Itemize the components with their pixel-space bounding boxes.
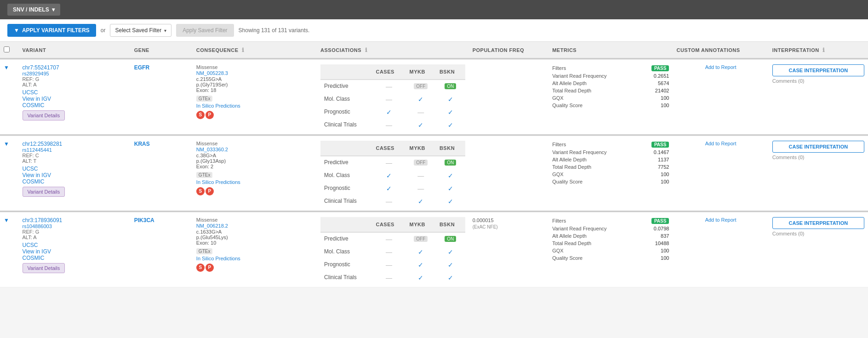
metrics-cell: Filters PASS Variant Read Frequency 0.26… [548,60,673,135]
showing-count-text: Showing 131 of 131 variants. [239,27,310,34]
variant-cell: chr3:178936091 rs104886003 REF: G ALT: A… [19,212,131,287]
variant-details-button[interactable]: Variant Details [23,110,65,120]
row-expand-icon[interactable]: ▼ [4,217,9,223]
add-to-report-link[interactable]: Add to Report [676,64,765,70]
ucsc-link[interactable]: UCSC [23,89,38,96]
metrics-cell: Filters PASS Variant Read Frequency 0.07… [548,212,673,287]
gtex-tag: GTEx [196,248,213,254]
igv-link[interactable]: View in IGV [23,96,51,102]
saved-filter-label: Select Saved Filter [115,27,161,34]
gene-link[interactable]: PIK3CA [134,217,154,223]
popfreq-cell: 0.000015(ExAC NFE) [469,212,549,287]
nm-link[interactable]: NM_006218.2 [196,223,228,229]
select-all-checkbox[interactable] [4,46,10,52]
metrics-cell: Filters PASS Variant Read Frequency 0.14… [548,136,673,212]
snv-tab-chevron: ▾ [52,6,55,13]
associations-cell: CasesMyKBBSKN Predictive — OFF ON Mol. C… [317,212,469,287]
or-text: or [101,27,106,34]
col-header-interpretation: INTERPRETATION ℹ [769,42,868,59]
gtex-tag: GTEx [196,172,213,178]
snv-tab-label: SNV / INDELS [13,6,49,13]
filter-bar: ▼ APPLY VARIANT FILTERS or Select Saved … [0,19,868,42]
consequence-cell: Missense NM_005228.3 c.2155G>A p.(Gly719… [193,60,317,135]
igv-link[interactable]: View in IGV [23,172,51,178]
cosmic-link[interactable]: COSMIC [23,255,45,261]
col-header-associations: ASSOCIATIONS ℹ [317,42,469,59]
apply-variant-filters-button[interactable]: ▼ APPLY VARIANT FILTERS [7,24,96,37]
case-interpretation-button[interactable]: CASE INTERPRETATION [772,141,864,153]
ucsc-link[interactable]: UCSC [23,166,38,172]
row-expand-icon[interactable]: ▼ [4,141,9,147]
cosmic-link[interactable]: COSMIC [23,102,45,109]
popfreq-cell [469,136,549,212]
variant-rs-link[interactable]: rs112445441 [23,147,52,153]
dropdown-chevron-icon: ▾ [164,28,166,33]
consequence-cell: Missense NM_033360.2 c.38G>A p.(Gly13Asp… [193,136,317,212]
table-row: ▼ chr3:178936091 rs104886003 REF: G ALT:… [0,212,868,287]
saved-filter-dropdown[interactable]: Select Saved Filter ▾ [110,24,171,37]
case-interpretation-button[interactable]: CASE INTERPRETATION [772,217,864,229]
filter-icon: ▼ [14,27,19,34]
gene-cell: PIK3CA [131,212,193,287]
variant-rs-link[interactable]: rs28929495 [23,71,49,76]
consequence-info-icon[interactable]: ℹ [242,47,245,53]
custom-annotations-cell: Add to Report [673,60,768,135]
apply-filter-label: APPLY VARIANT FILTERS [22,27,90,34]
consequence-cell: Missense NM_006218.2 c.1633G>A p.(Glu545… [193,212,317,287]
igv-link[interactable]: View in IGV [23,248,51,255]
table-row: ▼ chr12:25398281 rs112445441 REF: C ALT:… [0,136,868,212]
variant-chr-link[interactable]: chr3:178936091 [23,217,63,223]
associations-info-icon[interactable]: ℹ [365,47,368,53]
custom-annotations-cell: Add to Report [673,212,768,287]
col-header-gene: GENE [131,42,193,59]
col-header-custann: CUSTOM ANNOTATIONS [673,42,768,59]
variants-table: VARIANT GENE CONSEQUENCE ℹ ASSOCIATIONS … [0,42,868,287]
gene-cell: EGFR [131,60,193,135]
variant-cell: chr12:25398281 rs112445441 REF: C ALT: T… [19,136,131,212]
comments-link[interactable]: Comments (0) [772,78,864,84]
gene-cell: KRAS [131,136,193,212]
insilico-link[interactable]: In Silico Predictions [196,256,240,261]
popfreq-cell [469,60,549,135]
comments-link[interactable]: Comments (0) [772,231,864,236]
table-container: VARIANT GENE CONSEQUENCE ℹ ASSOCIATIONS … [0,42,868,287]
comments-link[interactable]: Comments (0) [772,155,864,160]
associations-cell: CasesMyKBBSKN Predictive — OFF ON Mol. C… [317,60,469,135]
cosmic-link[interactable]: COSMIC [23,178,45,185]
col-header-checkbox[interactable] [0,42,19,59]
interpretation-cell: CASE INTERPRETATION Comments (0) [769,136,868,212]
case-interpretation-button[interactable]: CASE INTERPRETATION [772,64,864,76]
associations-cell: CasesMyKBBSKN Predictive — OFF ON Mol. C… [317,136,469,212]
nm-link[interactable]: NM_005228.3 [196,70,228,76]
variant-details-button[interactable]: Variant Details [23,187,65,197]
col-header-metrics: METRICS [548,42,673,59]
snv-indels-tab[interactable]: SNV / INDELS ▾ [7,4,60,16]
insilico-link[interactable]: In Silico Predictions [196,103,240,109]
gene-link[interactable]: KRAS [134,141,150,147]
variant-details-button[interactable]: Variant Details [23,263,65,273]
interpretation-cell: CASE INTERPRETATION Comments (0) [769,212,868,287]
top-bar: SNV / INDELS ▾ [0,0,868,19]
insilico-link[interactable]: In Silico Predictions [196,179,240,185]
nm-link[interactable]: NM_033360.2 [196,147,228,152]
ucsc-link[interactable]: UCSC [23,242,38,248]
col-header-consequence: CONSEQUENCE ℹ [193,42,317,59]
variant-rs-link[interactable]: rs104886003 [23,223,52,229]
table-row: ▼ chr7:55241707 rs28929495 REF: G ALT: A… [0,60,868,135]
add-to-report-link[interactable]: Add to Report [676,217,765,223]
row-expand-icon[interactable]: ▼ [4,64,9,71]
variant-chr-link[interactable]: chr7:55241707 [23,64,59,71]
gene-link[interactable]: EGFR [134,64,149,71]
add-to-report-link[interactable]: Add to Report [676,141,765,146]
variant-chr-link[interactable]: chr12:25398281 [23,141,63,147]
apply-saved-filter-button: Apply Saved Filter [176,24,234,37]
col-header-variant: VARIANT [19,42,131,59]
variant-cell: chr7:55241707 rs28929495 REF: G ALT: A U… [19,60,131,135]
gtex-tag: GTEx [196,96,213,102]
interpretation-cell: CASE INTERPRETATION Comments (0) [769,60,868,135]
custom-annotations-cell: Add to Report [673,136,768,212]
col-header-popfreq: POPULATION FREQ [469,42,549,59]
interpretation-info-icon[interactable]: ℹ [822,47,825,53]
